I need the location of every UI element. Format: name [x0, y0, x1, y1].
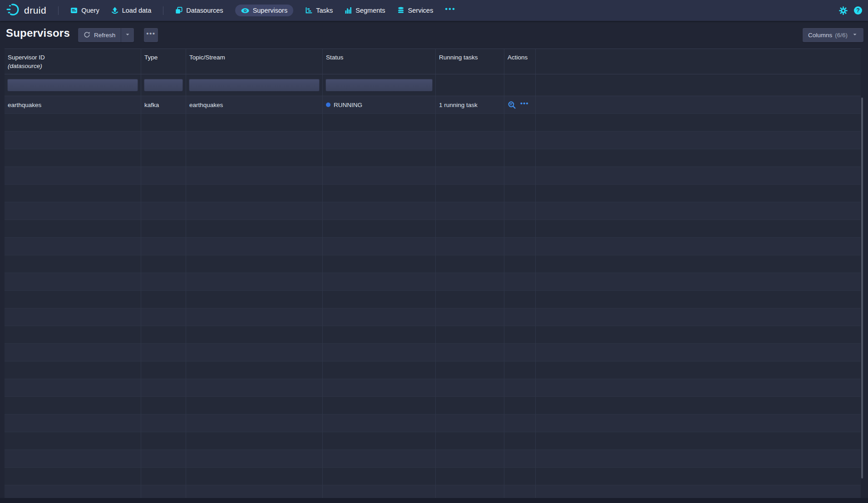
cell-empty: [504, 273, 536, 290]
nav-more-icon[interactable]: •••: [445, 7, 456, 14]
cell-empty: [186, 468, 323, 485]
cell-empty: [323, 149, 436, 166]
table-row-empty: [5, 149, 861, 167]
column-label: Actions: [508, 54, 528, 61]
more-icon: •••: [146, 32, 155, 39]
table-row-empty: [5, 291, 861, 308]
nav-item-query[interactable]: Query: [70, 7, 99, 14]
cell-empty: [186, 220, 323, 237]
refresh-button-group: Refresh: [78, 28, 134, 42]
cell-empty: [186, 114, 323, 131]
cell-empty: [5, 485, 141, 498]
cell-empty: [536, 149, 861, 166]
cell-empty: [323, 291, 436, 308]
cell-empty: [5, 291, 141, 308]
cell-empty: [536, 308, 861, 326]
filter-cell-type: [141, 74, 186, 96]
column-label: Status: [326, 54, 343, 61]
nav-item-datasources[interactable]: Datasources: [175, 7, 223, 14]
cell-empty: [186, 361, 323, 379]
column-label: Running tasks: [439, 54, 478, 61]
cell-empty: [436, 114, 504, 131]
filter-input-topic-stream[interactable]: [189, 79, 320, 92]
cell-actions: •••: [504, 96, 536, 113]
cell-empty: [536, 468, 861, 485]
nav-item-tasks[interactable]: Tasks: [305, 7, 333, 14]
cell-empty: [504, 361, 536, 379]
nav-item-services[interactable]: Services: [397, 7, 434, 14]
help-icon[interactable]: ?: [854, 6, 862, 15]
column-header-type[interactable]: Type: [141, 49, 186, 74]
cell-empty: [504, 397, 536, 414]
filter-cell-running-tasks: [436, 74, 504, 96]
cell-status[interactable]: RUNNING: [323, 96, 436, 113]
cell-empty: [141, 397, 186, 414]
nav-item-supervisors[interactable]: Supervisors: [235, 5, 294, 16]
cell-empty: [141, 114, 186, 131]
cell-empty: [504, 379, 536, 396]
cell-empty: [186, 326, 323, 343]
cell-empty: [536, 450, 861, 467]
vertical-scrollbar[interactable]: [861, 98, 863, 479]
filter-input-status[interactable]: [326, 79, 433, 92]
more-icon[interactable]: •••: [520, 102, 529, 108]
filter-input-supervisor-id[interactable]: [7, 79, 138, 92]
cell-empty: [5, 167, 141, 184]
table-row-empty: [5, 167, 861, 185]
cell-empty: [186, 291, 323, 308]
cell-empty: [536, 432, 861, 449]
cell-empty: [504, 220, 536, 237]
navbar-divider: [58, 6, 59, 15]
cell-empty: [5, 379, 141, 396]
cell-empty: [436, 167, 504, 184]
gear-icon[interactable]: [839, 6, 848, 15]
refresh-button[interactable]: Refresh: [78, 28, 121, 42]
cell-empty: [504, 167, 536, 184]
cell-empty: [436, 326, 504, 343]
cell-empty: [436, 238, 504, 255]
cell-empty: [323, 273, 436, 290]
column-header-topic-stream[interactable]: Topic/Stream: [186, 49, 323, 74]
cell-empty: [323, 397, 436, 414]
cell-empty: [141, 308, 186, 326]
cell-empty: [436, 468, 504, 485]
nav-item-load-data[interactable]: Load data: [111, 7, 152, 14]
query-icon: [70, 7, 78, 14]
cell-empty: [5, 185, 141, 202]
columns-button[interactable]: Columns (6/6): [803, 28, 863, 42]
nav-item-segments[interactable]: Segments: [345, 7, 385, 14]
cell-empty: [504, 291, 536, 308]
search-icon[interactable]: [508, 101, 516, 109]
cell-empty: [323, 432, 436, 449]
column-header-actions[interactable]: Actions: [504, 49, 536, 74]
cell-empty: [536, 291, 861, 308]
cell-empty: [436, 202, 504, 220]
cell-empty: [141, 326, 186, 343]
header-more-button[interactable]: •••: [144, 28, 158, 42]
table-row-empty: [5, 379, 861, 397]
cell-empty: [323, 344, 436, 361]
cell-empty: [5, 202, 141, 220]
cell-empty: [536, 185, 861, 202]
table-row-empty: [5, 468, 861, 485]
table-row-empty: [5, 255, 861, 273]
table-row-empty: [5, 185, 861, 202]
cell-empty: [5, 132, 141, 149]
druid-logo[interactable]: druid: [6, 2, 46, 19]
cell-empty: [141, 415, 186, 432]
filter-cell-topic-stream: [186, 74, 323, 96]
cell-empty: [141, 450, 186, 467]
cell-empty: [186, 432, 323, 449]
status-running-dot-icon: [326, 103, 330, 107]
cell-empty: [436, 132, 504, 149]
cell-empty: [536, 220, 861, 237]
table-header-row: Supervisor ID(datasource)TypeTopic/Strea…: [5, 49, 861, 74]
refresh-button-label: Refresh: [94, 32, 115, 39]
filter-input-type[interactable]: [144, 79, 183, 92]
cell-empty: [436, 485, 504, 498]
cell-empty: [141, 202, 186, 220]
column-header-status[interactable]: Status: [323, 49, 436, 74]
refresh-dropdown-button[interactable]: [121, 28, 134, 42]
column-header-running-tasks[interactable]: Running tasks: [436, 49, 504, 74]
column-header-supervisor-id[interactable]: Supervisor ID(datasource): [5, 49, 141, 74]
